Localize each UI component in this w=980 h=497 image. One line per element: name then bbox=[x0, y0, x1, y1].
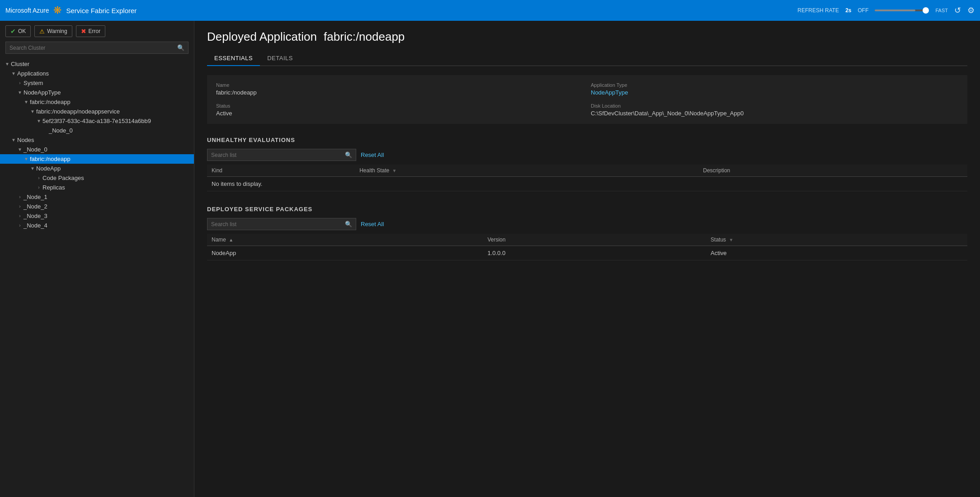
name-sort-icon: ▲ bbox=[229, 237, 233, 242]
essentials-grid: Name fabric:/nodeapp Application Type No… bbox=[207, 75, 967, 124]
tree-toggle: ▼ bbox=[23, 99, 30, 104]
packages-search-input-wrapper: 🔍 bbox=[207, 218, 356, 230]
unhealthy-search-input[interactable] bbox=[207, 150, 341, 161]
tree-toggle: › bbox=[35, 175, 42, 180]
refresh-fast-label: FAST bbox=[935, 8, 948, 13]
tree-item-nodes[interactable]: ▼ Nodes bbox=[0, 135, 194, 145]
error-button[interactable]: ✖ Error bbox=[76, 25, 106, 37]
tree-item-_node_2[interactable]: › _Node_2 bbox=[0, 202, 194, 211]
col-description: Description bbox=[698, 165, 967, 177]
refresh-rate-label: REFRESH RATE bbox=[797, 7, 839, 14]
app-title: Service Fabric Explorer bbox=[66, 7, 137, 14]
tree-label: _Node_0 bbox=[49, 127, 73, 134]
tree-label: _Node_2 bbox=[24, 203, 47, 210]
error-icon: ✖ bbox=[81, 28, 86, 35]
tree-item-fabric-nodeapp[interactable]: ▼ fabric:/nodeapp bbox=[0, 97, 194, 107]
tree-item-fabric-nodeapp-node[interactable]: ▼ fabric:/nodeapp bbox=[0, 154, 194, 164]
pkg-version-cell: 1.0.0.0 bbox=[483, 246, 706, 260]
tree-item-fabric-nodeapp-service[interactable]: ▼ fabric:/nodeapp/nodeappservice bbox=[0, 107, 194, 116]
tree-label: 5ef23f37-633c-43ac-a138-7e15314a6bb9 bbox=[42, 118, 151, 124]
tree-label: NodeApp bbox=[36, 165, 61, 172]
field-status-value: Active bbox=[216, 110, 584, 117]
col-pkg-status: Status ▼ bbox=[706, 234, 967, 246]
refresh-off-label: OFF bbox=[858, 7, 868, 14]
page-title: Deployed Application fabric:/nodeapp bbox=[207, 30, 967, 44]
settings-icon[interactable]: ⚙ bbox=[967, 5, 975, 15]
field-name: Name fabric:/nodeapp bbox=[216, 82, 584, 96]
tab-details[interactable]: DETAILS bbox=[260, 51, 300, 66]
tree-toggle: ▼ bbox=[16, 147, 24, 152]
tree-label: fabric:/nodeapp/nodeappservice bbox=[36, 108, 120, 115]
packages-search-bar: 🔍 Reset All bbox=[207, 218, 967, 230]
col-kind: Kind bbox=[207, 165, 355, 177]
table-row: NodeApp 1.0.0.0 Active bbox=[207, 246, 967, 260]
tree-item-code-packages[interactable]: › Code Packages bbox=[0, 173, 194, 183]
tree-label: _Node_4 bbox=[24, 222, 47, 229]
field-disk-location-value: C:\SfDevCluster\Data\_App\_Node_0\NodeAp… bbox=[591, 110, 958, 117]
field-name-label: Name bbox=[216, 82, 584, 88]
unhealthy-search-bar: 🔍 Reset All bbox=[207, 149, 967, 161]
topbar: Microsoft Azure ❋ Service Fabric Explore… bbox=[0, 0, 980, 21]
slider-track bbox=[875, 9, 929, 11]
tree-item-node0-instance[interactable]: _Node_0 bbox=[0, 126, 194, 135]
refresh-rate-value: 2s bbox=[845, 7, 851, 14]
tree-label: Code Packages bbox=[42, 175, 84, 181]
tree-item-_node_0[interactable]: ▼ _Node_0 bbox=[0, 145, 194, 154]
deployed-packages-title: DEPLOYED SERVICE PACKAGES bbox=[207, 206, 967, 213]
tree-toggle: ▼ bbox=[10, 137, 17, 142]
field-app-type-value[interactable]: NodeAppType bbox=[591, 89, 958, 96]
tree-label: Nodes bbox=[17, 137, 34, 143]
tree-item-applications[interactable]: ▼ Applications bbox=[0, 69, 194, 78]
brand-label: Microsoft Azure bbox=[5, 7, 49, 14]
field-app-type: Application Type NodeAppType bbox=[591, 82, 958, 96]
tree-label: _Node_1 bbox=[24, 194, 47, 200]
field-status: Status Active bbox=[216, 103, 584, 117]
tree-item-_node_1[interactable]: › _Node_1 bbox=[0, 192, 194, 202]
ok-label: OK bbox=[18, 28, 26, 34]
unhealthy-search-input-wrapper: 🔍 bbox=[207, 149, 356, 161]
tree-item-system[interactable]: › System bbox=[0, 78, 194, 88]
tree-item-_node_4[interactable]: › _Node_4 bbox=[0, 221, 194, 230]
content-panel: Deployed Application fabric:/nodeapp ESS… bbox=[194, 21, 980, 497]
tree-toggle: ▼ bbox=[29, 166, 36, 171]
tree-item-_node_3[interactable]: › _Node_3 bbox=[0, 211, 194, 221]
tree-item-nodeapp-pkg[interactable]: ▼ NodeApp bbox=[0, 164, 194, 173]
page-title-name: fabric:/nodeapp bbox=[324, 30, 405, 43]
topbar-left: Microsoft Azure ❋ Service Fabric Explore… bbox=[5, 5, 137, 16]
tree: ▼ Cluster ▼ Applications › System ▼ Node… bbox=[0, 57, 194, 497]
unhealthy-evaluations-section: UNHEALTHY EVALUATIONS 🔍 Reset All Kind H… bbox=[207, 137, 967, 191]
tree-label: fabric:/nodeapp bbox=[30, 156, 71, 162]
tree-toggle: › bbox=[16, 204, 24, 209]
tree-label: NodeAppType bbox=[24, 89, 61, 96]
unhealthy-reset-all[interactable]: Reset All bbox=[361, 151, 384, 158]
field-disk-location-label: Disk Location bbox=[591, 103, 958, 109]
packages-reset-all[interactable]: Reset All bbox=[361, 221, 384, 227]
tree-toggle: › bbox=[35, 185, 42, 190]
col-version: Version bbox=[483, 234, 706, 246]
page-title-prefix: Deployed Application bbox=[207, 30, 317, 43]
tree-item-cluster[interactable]: ▼ Cluster bbox=[0, 59, 194, 69]
tree-item-guid-node[interactable]: ▼ 5ef23f37-633c-43ac-a138-7e15314a6bb9 bbox=[0, 116, 194, 126]
search-cluster-input[interactable] bbox=[6, 43, 174, 53]
tree-toggle: ▼ bbox=[10, 71, 17, 76]
pkg-name-cell[interactable]: NodeApp bbox=[207, 246, 483, 260]
field-app-type-label: Application Type bbox=[591, 82, 958, 88]
topbar-right: REFRESH RATE 2s OFF FAST ↺ ⚙ bbox=[797, 5, 975, 15]
tree-item-replicas[interactable]: › Replicas bbox=[0, 183, 194, 192]
tree-toggle: ▼ bbox=[16, 90, 24, 95]
tab-essentials[interactable]: ESSENTIALS bbox=[207, 51, 260, 66]
packages-table: Name ▲ Version Status ▼ NodeApp 1.0.0.0 … bbox=[207, 234, 967, 260]
tree-item-nodeapptype[interactable]: ▼ NodeAppType bbox=[0, 88, 194, 97]
warning-button[interactable]: ⚠ Warning bbox=[34, 25, 72, 37]
refresh-slider[interactable] bbox=[875, 9, 929, 11]
field-disk-location: Disk Location C:\SfDevCluster\Data\_App\… bbox=[591, 103, 958, 117]
unhealthy-title: UNHEALTHY EVALUATIONS bbox=[207, 137, 967, 143]
refresh-icon[interactable]: ↺ bbox=[954, 5, 961, 15]
packages-search-input[interactable] bbox=[207, 219, 341, 230]
health-state-filter-icon: ▼ bbox=[392, 168, 397, 173]
warning-icon: ⚠ bbox=[39, 28, 45, 35]
tree-label: _Node_3 bbox=[24, 213, 47, 219]
ok-button[interactable]: ✔ OK bbox=[5, 25, 31, 37]
tabs: ESSENTIALS DETAILS bbox=[207, 51, 967, 66]
service-fabric-logo: ❋ bbox=[53, 5, 61, 16]
